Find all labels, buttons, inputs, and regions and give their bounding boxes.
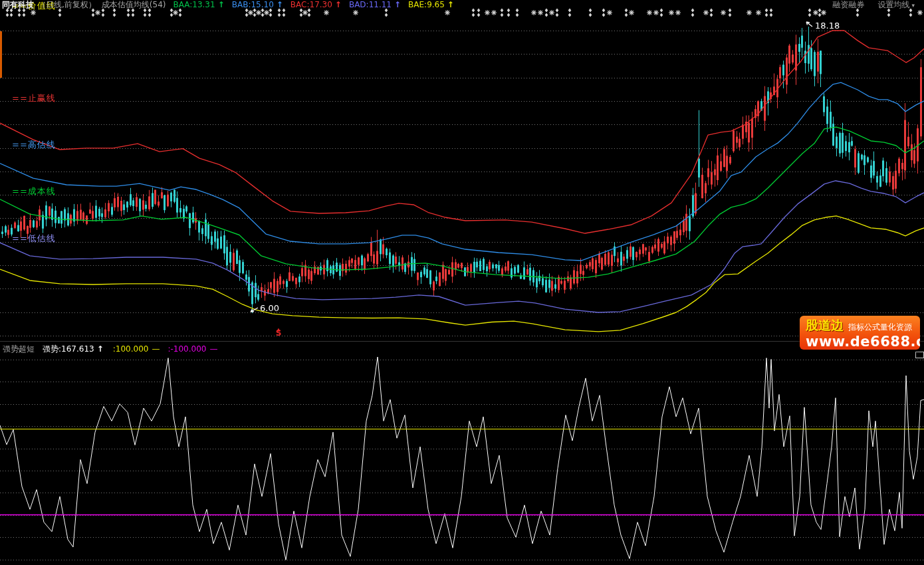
up-arrow-icon: ↑: [394, 0, 401, 9]
menu-ma-settings[interactable]: 设置均线▾: [877, 0, 915, 11]
arrow-up-left-icon: [806, 21, 814, 30]
up-arrow-icon: ↑: [218, 0, 225, 9]
watermark-brand: 股道边: [806, 317, 844, 334]
ma-value-bac: BAC:17.30↑: [290, 0, 342, 10]
watermark-url: www.de6688.com: [806, 334, 920, 349]
chevron-down-icon: ▾: [911, 2, 915, 9]
up-arrow-icon: ↑: [335, 0, 342, 9]
sub-level-minus100: :-100.000: [168, 342, 206, 356]
sub-level-plus100: :100.000: [113, 342, 149, 356]
stock-name: 同有科技: [2, 0, 34, 10]
up-arrow-icon: ↑: [97, 344, 104, 354]
ma-value-bad: BAD:11.11↑: [349, 0, 401, 10]
panel-corner-button[interactable]: [915, 352, 924, 358]
main-chart-header: 同有科技 （日线,前复权） 成本估值均线(54) BAA:13.31↑ BAB:…: [0, 0, 924, 10]
watermark-tagline: 指标公式量化资源: [848, 322, 912, 333]
period-label: （日线,前复权）: [38, 0, 96, 10]
chart-canvas[interactable]: [0, 0, 924, 565]
left-edge-indicator-bar: [0, 31, 2, 78]
line-label-undervalued: ==低估线: [12, 233, 56, 245]
low-price-annotation: 6.00: [250, 303, 279, 313]
up-arrow-icon: ↑: [447, 0, 454, 9]
line-label-overvalued: ==高估线: [12, 139, 56, 151]
sub-chart-header: 强势超短 强势:167.613↑ :100.000 — :-100.000 —: [0, 342, 924, 356]
up-arrow-icon: ↑: [277, 0, 283, 9]
high-price-text: 18.18: [815, 21, 840, 31]
indicator-title: 成本估值均线(54): [102, 0, 166, 10]
menu-margin-trading[interactable]: 融资融券: [832, 0, 864, 11]
ma-value-bab: BAB:15.10↑: [232, 0, 283, 10]
sell-marker: ▲ S: [274, 328, 283, 336]
arrow-down-left-icon: [250, 303, 259, 313]
sub-indicator-value: 强势:167.613↑: [43, 342, 104, 356]
line-label-stop-profit: ==止赢线: [12, 92, 56, 104]
line-label-cost: ==成本线: [12, 185, 56, 197]
ma-value-baa: BAA:13.31↑: [173, 0, 224, 10]
ma-value-bae: BAE:9.65↑: [408, 0, 454, 10]
watermark-badge: 股道边 指标公式量化资源 www.de6688.com: [800, 316, 920, 350]
panel-splitter[interactable]: [0, 341, 924, 342]
line-style-dash-icon: —: [209, 342, 217, 356]
header-menu: 融资融券 设置均线▾: [832, 0, 915, 11]
high-price-annotation: 18.18: [806, 21, 840, 31]
line-style-dash-icon: —: [152, 342, 160, 356]
low-price-text: 6.00: [260, 303, 279, 313]
sub-indicator-name[interactable]: 强势超短: [3, 342, 35, 356]
trading-app-window: 同有科技 （日线,前复权） 成本估值均线(54) BAA:13.31↑ BAB:…: [0, 0, 924, 565]
